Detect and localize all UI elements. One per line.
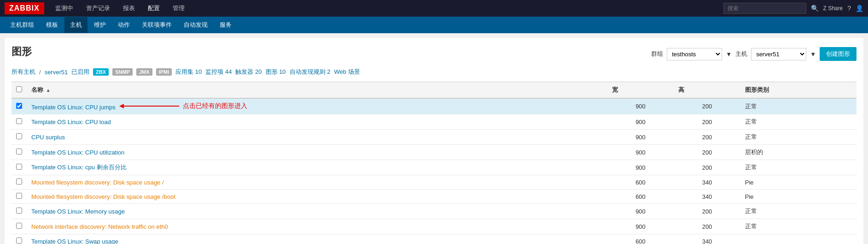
- sort-arrow-name: ▲: [46, 88, 51, 93]
- row-type: 正常: [740, 114, 856, 130]
- row-checkbox[interactable]: [16, 149, 22, 155]
- row-name-cell: Template OS Linux: CPU jumps点击已经有的图形进入: [27, 98, 607, 114]
- help-icon[interactable]: ?: [847, 5, 851, 12]
- row-checkbox[interactable]: [16, 208, 22, 214]
- zabbix-logo[interactable]: ZABBIX: [5, 2, 44, 14]
- row-checkbox-cell[interactable]: [12, 130, 27, 145]
- row-checkbox[interactable]: [16, 238, 22, 244]
- status-label[interactable]: 已启用: [71, 68, 89, 76]
- group-select-arrow: ▼: [726, 51, 732, 58]
- link-monitor-items[interactable]: 监控项 44: [205, 68, 232, 76]
- nav-event-correlation[interactable]: 关联项事件: [136, 17, 177, 33]
- row-checkbox-cell[interactable]: [12, 98, 27, 114]
- row-height: 200: [674, 114, 740, 130]
- row-checkbox-cell[interactable]: [12, 160, 27, 175]
- nav-services[interactable]: 服务: [214, 17, 237, 33]
- search-input[interactable]: [723, 3, 806, 14]
- row-checkbox-cell[interactable]: [12, 234, 27, 244]
- host-select[interactable]: server51: [751, 48, 806, 60]
- row-name-link[interactable]: cpu 剩余百分比: [85, 164, 127, 171]
- badge-ipmi[interactable]: IPMI: [156, 68, 172, 76]
- group-label: 群组: [651, 50, 663, 58]
- row-checkbox[interactable]: [16, 179, 22, 184]
- nav-templates[interactable]: 模板: [41, 17, 64, 33]
- row-checkbox-cell[interactable]: [12, 190, 27, 204]
- row-name-link[interactable]: Network traffic on eth0: [108, 223, 168, 230]
- select-all-checkbox[interactable]: [16, 86, 22, 92]
- row-width: 900: [607, 145, 674, 160]
- row-name-prefix: Template OS Linux:: [31, 208, 85, 215]
- row-height: 200: [674, 98, 740, 114]
- breadcrumb-all-hosts[interactable]: 所有主机: [12, 68, 35, 76]
- row-checkbox-cell[interactable]: [12, 219, 27, 234]
- row-name-cell: Template OS Linux: CPU utilization: [27, 145, 607, 160]
- nav-discovery[interactable]: 自动发现: [178, 17, 213, 33]
- row-name-link[interactable]: Disk space usage /: [113, 179, 164, 186]
- row-width: 900: [607, 98, 674, 114]
- row-name-link[interactable]: CPU surplus: [31, 134, 65, 141]
- nav-assets[interactable]: 资产记录: [84, 0, 112, 16]
- nav-reports[interactable]: 报表: [121, 0, 137, 16]
- row-name-link[interactable]: CPU jumps: [85, 104, 116, 111]
- row-name-cell: Mounted filesystem discovery: Disk space…: [27, 190, 607, 204]
- breadcrumb-host[interactable]: server51: [45, 69, 68, 76]
- row-checkbox[interactable]: [16, 164, 22, 170]
- row-checkbox[interactable]: [16, 103, 22, 109]
- nav-config[interactable]: 配置: [146, 0, 162, 16]
- nav-admin[interactable]: 管理: [171, 0, 186, 16]
- table-row: Template OS Linux: CPU utilization900200…: [12, 145, 856, 160]
- select-all-checkbox-header[interactable]: [12, 82, 27, 99]
- row-name-prefix: Template OS Linux:: [31, 238, 85, 244]
- group-select[interactable]: testhosts: [667, 48, 722, 60]
- row-checkbox[interactable]: [16, 223, 22, 229]
- nav-actions[interactable]: 动作: [112, 17, 135, 33]
- row-name-cell: Template OS Linux: Swap usage: [27, 234, 607, 244]
- page-controls: 群组 testhosts ▼ 主机 server51 ▼ 创建图形: [651, 47, 856, 61]
- link-triggers[interactable]: 触发器 20: [235, 68, 262, 76]
- row-checkbox-cell[interactable]: [12, 145, 27, 160]
- search-icon[interactable]: 🔍: [811, 5, 819, 12]
- second-navigation: 主机群组 模板 主机 维护 动作 关联项事件 自动发现 服务: [0, 17, 868, 33]
- row-name-prefix: Template OS Linux:: [31, 104, 85, 111]
- row-name-link[interactable]: Disk space usage /boot: [113, 193, 175, 200]
- row-name-link[interactable]: Memory usage: [85, 208, 125, 215]
- row-type: 正常: [740, 204, 856, 219]
- link-web-scenarios[interactable]: Web 场景: [334, 68, 360, 76]
- nav-hosts[interactable]: 主机: [64, 17, 87, 33]
- badge-jmx[interactable]: JMX: [136, 68, 152, 76]
- breadcrumb: 所有主机 / server51 已启用 ZBX SNMP JMX IPMI 应用…: [12, 68, 856, 76]
- row-name-prefix: Template OS Linux:: [31, 164, 85, 171]
- row-checkbox-cell[interactable]: [12, 114, 27, 130]
- create-graph-button[interactable]: 创建图形: [820, 47, 856, 61]
- table-row: Template OS Linux: CPU load900200正常: [12, 114, 856, 130]
- row-checkbox-cell[interactable]: [12, 204, 27, 219]
- row-name-link[interactable]: Swap usage: [85, 238, 118, 244]
- row-type: Pie: [740, 175, 856, 190]
- table-row: CPU surplus900200正常: [12, 130, 856, 145]
- badge-snmp[interactable]: SNMP: [112, 68, 133, 76]
- user-icon[interactable]: 👤: [856, 5, 863, 12]
- row-name-link[interactable]: CPU load: [85, 119, 111, 125]
- share-button[interactable]: Z Share: [823, 5, 843, 12]
- nav-maintenance[interactable]: 维护: [88, 17, 111, 33]
- nav-host-groups[interactable]: 主机群组: [5, 17, 40, 33]
- row-name-cell: Template OS Linux: Memory usage: [27, 204, 607, 219]
- col-header-name[interactable]: 名称 ▲: [27, 82, 607, 99]
- row-checkbox[interactable]: [16, 193, 22, 199]
- row-checkbox[interactable]: [16, 133, 22, 139]
- nav-monitor[interactable]: 监测中: [53, 0, 75, 16]
- row-height: 340: [674, 190, 740, 204]
- link-application-sets[interactable]: 应用集 10: [175, 68, 202, 76]
- svg-marker-1: [119, 104, 124, 108]
- col-header-type: 图形类别: [740, 82, 856, 99]
- link-discovery-rules[interactable]: 自动发现规则 2: [290, 68, 331, 76]
- row-name-link[interactable]: CPU utilization: [85, 149, 124, 156]
- row-height: 200: [674, 130, 740, 145]
- link-graphs[interactable]: 图形 10: [266, 68, 286, 76]
- row-checkbox-cell[interactable]: [12, 175, 27, 190]
- row-checkbox[interactable]: [16, 118, 22, 124]
- table-row: Template OS Linux: Memory usage900200正常: [12, 204, 856, 219]
- badge-zbx[interactable]: ZBX: [93, 68, 109, 76]
- row-height: 200: [674, 145, 740, 160]
- row-width: 900: [607, 130, 674, 145]
